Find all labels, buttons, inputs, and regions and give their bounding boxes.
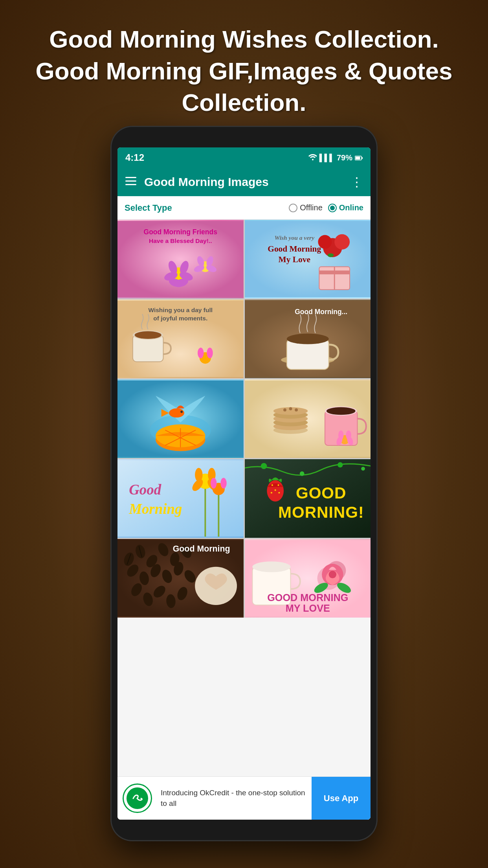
svg-point-128: [252, 561, 290, 572]
svg-point-70: [326, 407, 355, 415]
ad-logo-inner: [127, 787, 148, 809]
svg-text:My Love: My Love: [278, 255, 310, 264]
svg-point-132: [328, 571, 336, 578]
svg-text:Good Morning Friends: Good Morning Friends: [144, 228, 217, 236]
svg-rect-4: [125, 177, 136, 178]
svg-rect-3: [356, 156, 360, 159]
status-time: 4:12: [125, 152, 144, 163]
svg-point-67: [295, 408, 298, 412]
phone-screen: 4:12 ▌▌▌ 79%: [117, 147, 371, 820]
svg-point-0: [312, 159, 314, 160]
svg-rect-2: [362, 157, 363, 159]
svg-text:Good Morning: Good Morning: [268, 244, 321, 254]
header-title: Good Morning Wishes Collection. Good Mor…: [0, 0, 488, 134]
svg-point-100: [338, 462, 343, 468]
wifi-icon: [308, 153, 317, 162]
svg-text:GOOD MORNING: GOOD MORNING: [267, 592, 348, 603]
grid-item-3[interactable]: Wishing you a day full of joyful moments…: [117, 300, 244, 378]
online-radio[interactable]: [328, 204, 337, 212]
svg-text:Wishing you a day full: Wishing you a day full: [148, 307, 213, 313]
filter-options: Offline Online: [289, 203, 363, 212]
svg-rect-5: [125, 180, 136, 182]
phone-container: 4:12 ▌▌▌ 79%: [110, 126, 378, 841]
grid-item-5[interactable]: [117, 379, 244, 458]
grid-item-4[interactable]: Good Morning...: [245, 300, 371, 378]
svg-text:Morning: Morning: [128, 501, 182, 517]
svg-point-94: [277, 484, 279, 486]
svg-point-40: [135, 331, 161, 339]
svg-text:GOOD: GOOD: [295, 484, 346, 502]
grid-item-7[interactable]: Good Morning: [117, 459, 244, 538]
header-title-text: Good Morning Wishes Collection. Good Mor…: [36, 26, 453, 116]
ad-text: Introducing OkCredit - the one-stop solu…: [157, 784, 312, 813]
offline-radio[interactable]: [289, 204, 297, 212]
svg-point-98: [261, 463, 267, 469]
svg-point-85: [211, 478, 217, 489]
ad-logo: [117, 779, 157, 818]
offline-option[interactable]: Offline: [289, 203, 322, 212]
grid-item-9[interactable]: Good Morning: [117, 539, 244, 618]
svg-point-99: [299, 471, 304, 476]
grid-item-10[interactable]: GOOD MORNING MY LOVE: [245, 539, 371, 618]
svg-point-65: [283, 408, 286, 412]
svg-point-95: [274, 489, 276, 491]
svg-point-96: [271, 492, 272, 493]
svg-point-97: [278, 492, 280, 493]
svg-point-86: [220, 478, 227, 489]
svg-point-57: [180, 411, 183, 413]
svg-rect-6: [125, 184, 136, 185]
page-background: Good Morning Wishes Collection. Good Mor…: [0, 0, 488, 868]
svg-point-26: [327, 253, 334, 257]
grid-item-1[interactable]: Good Morning Friends Have a Blessed Day!…: [117, 220, 244, 298]
svg-point-66: [289, 407, 292, 410]
online-option[interactable]: Online: [328, 203, 363, 212]
svg-text:Have a Blessed Day!..: Have a Blessed Day!..: [149, 237, 212, 244]
svg-text:MORNING!: MORNING!: [278, 503, 364, 521]
svg-point-24: [334, 234, 350, 250]
status-bar: 4:12 ▌▌▌ 79%: [117, 147, 371, 168]
svg-text:Wish you a very: Wish you a very: [274, 234, 314, 241]
grid-item-6[interactable]: [245, 379, 371, 458]
svg-point-55: [169, 408, 184, 417]
status-icons: ▌▌▌ 79%: [308, 153, 363, 162]
battery-text: 79%: [337, 153, 352, 162]
svg-text:Good: Good: [129, 482, 161, 498]
svg-text:Good Morning: Good Morning: [173, 544, 230, 554]
svg-point-35: [198, 348, 204, 358]
svg-point-101: [361, 467, 365, 471]
svg-text:Good Morning...: Good Morning...: [295, 308, 347, 316]
svg-text:of joyful moments.: of joyful moments.: [153, 315, 207, 322]
offline-label: Offline: [300, 203, 322, 212]
svg-point-46: [286, 333, 328, 344]
ad-banner: Introducing OkCredit - the one-stop solu…: [117, 776, 371, 820]
app-title: Good Morning Images: [144, 175, 343, 189]
svg-rect-76: [117, 460, 244, 537]
signal-icon: ▌▌▌: [319, 154, 334, 162]
filter-bar: Select Type Offline Online: [117, 196, 371, 220]
screen-content: 4:12 ▌▌▌ 79%: [117, 147, 371, 820]
filter-label: Select Type: [125, 203, 289, 213]
svg-point-93: [271, 484, 273, 486]
phone-shell: 4:12 ▌▌▌ 79%: [110, 126, 378, 841]
image-grid: Good Morning Friends Have a Blessed Day!…: [117, 220, 371, 618]
grid-item-2[interactable]: Wish you a very Good Morning My Love: [245, 220, 371, 298]
ad-logo-circle: [123, 783, 152, 813]
menu-icon[interactable]: [125, 176, 136, 188]
app-bar: Good Morning Images ⋮: [117, 168, 371, 196]
grid-item-8[interactable]: GOOD MORNING!: [245, 459, 371, 538]
svg-text:MY LOVE: MY LOVE: [285, 603, 330, 614]
use-app-button[interactable]: Use App: [312, 777, 371, 820]
battery-icon: [355, 153, 363, 162]
image-grid-container: Good Morning Friends Have a Blessed Day!…: [117, 220, 371, 820]
svg-point-36: [207, 348, 213, 358]
more-icon[interactable]: ⋮: [350, 175, 363, 189]
online-label: Online: [339, 203, 363, 212]
